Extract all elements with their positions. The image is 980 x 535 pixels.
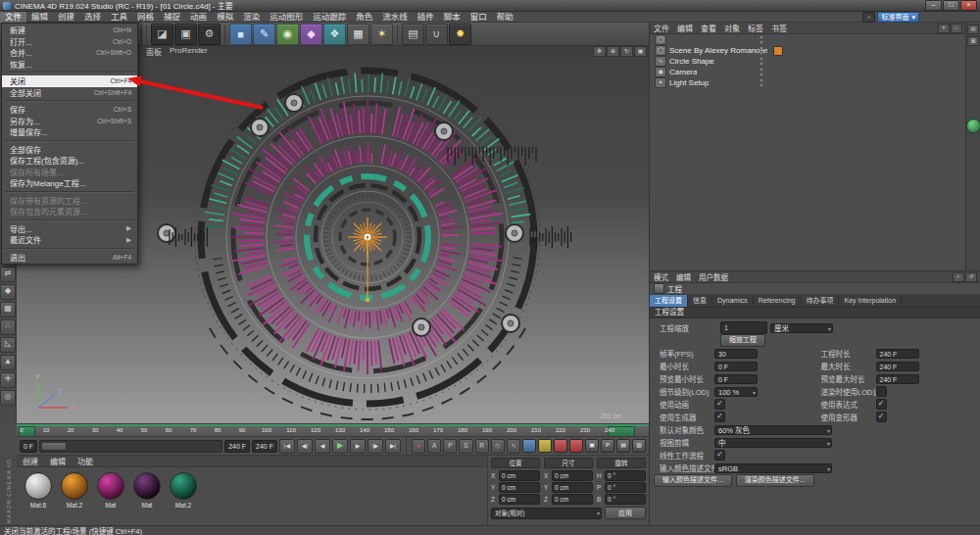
menubar-item-10[interactable]: 运动图形	[265, 12, 308, 23]
material-item[interactable]: Mat	[97, 472, 124, 509]
coord-value-field[interactable]: 0 cm	[499, 494, 540, 505]
file-menu-item-5[interactable]: 关闭Ctrl+F4	[2, 75, 137, 87]
project-scale-field[interactable]: 1	[720, 321, 767, 334]
om-menu-1[interactable]: 编辑	[673, 23, 697, 33]
menubar-item-9[interactable]: 渲染	[238, 12, 265, 23]
file-menu-item-3[interactable]: 恢复...	[2, 59, 137, 71]
attribute-tab-4[interactable]: 待办事项	[801, 295, 839, 307]
object-row[interactable]: ◯Scene By Alexey Romanowsky	[650, 45, 965, 56]
dropdown[interactable]: 中	[714, 438, 832, 448]
model-mode-icon[interactable]: ◆	[0, 284, 16, 300]
file-menu-item-15[interactable]: 保存为Melange工程...	[2, 177, 137, 189]
value-field[interactable]: 0 F	[714, 362, 758, 371]
dropdown[interactable]: sRGB	[714, 463, 832, 473]
keyframe-selection-button[interactable]: P	[601, 439, 614, 453]
value-field[interactable]: 240 F	[876, 362, 919, 371]
options-1-button[interactable]: ▤	[616, 439, 630, 453]
coord-group-header[interactable]: 位置	[491, 458, 540, 468]
am-menu-2[interactable]: 用户数据	[695, 271, 732, 282]
attribute-tab-5[interactable]: Key Interpolation	[839, 295, 902, 307]
project-unit-dropdown[interactable]: 厘米	[770, 323, 833, 333]
visibility-dots[interactable]	[760, 57, 763, 66]
next-key-button[interactable]: |▶	[368, 439, 383, 454]
record-rotation-button[interactable]: R	[475, 439, 489, 454]
file-menu-item-0[interactable]: 新建Ctrl+N	[2, 24, 137, 36]
edges-mode-icon[interactable]: ◺	[0, 337, 16, 353]
points-mode-icon[interactable]: ∴	[0, 319, 16, 335]
solo-toggle-button[interactable]: ▣	[585, 439, 599, 453]
coord-value-field[interactable]: 0 °	[605, 482, 646, 493]
file-menu-item-17[interactable]: 保存带有资源的工程...	[2, 195, 137, 207]
add-deformer-icon[interactable]: ◆	[300, 24, 322, 45]
scale-project-button[interactable]: 缩放工程	[720, 334, 765, 347]
menubar-item-16[interactable]: 窗口	[466, 12, 492, 23]
menubar-item-11[interactable]: 运动跟踪	[308, 12, 351, 23]
editor-visibility-dot[interactable]	[760, 35, 763, 39]
material-menu-2[interactable]: 功能	[72, 456, 99, 466]
strip-layout-icon-2[interactable]: ▦	[967, 36, 979, 46]
options-2-button[interactable]: ▥	[632, 439, 646, 453]
render-visibility-dot[interactable]	[760, 51, 763, 55]
attribute-tab-1[interactable]: 信息	[688, 295, 712, 307]
search-icon[interactable]: ⌕	[862, 12, 875, 23]
file-menu-item-21[interactable]: 最近文件▶	[2, 234, 137, 246]
checkbox[interactable]: ✓	[876, 399, 887, 410]
autokey-button[interactable]: A	[427, 439, 441, 454]
marker-yellow-button[interactable]	[538, 439, 552, 453]
material-item[interactable]: Mat	[133, 472, 161, 509]
range-end-field[interactable]: 240 F	[252, 440, 277, 453]
coord-value-field[interactable]: 0 cm	[499, 482, 540, 493]
record-scale-button[interactable]: S	[459, 439, 472, 454]
material-item[interactable]: Mat.2	[170, 472, 197, 509]
close-button[interactable]: ×	[960, 0, 977, 11]
am-menu-0[interactable]: 模式	[650, 271, 672, 282]
menubar-item-2[interactable]: 创建	[53, 12, 79, 23]
material-sphere[interactable]	[170, 472, 197, 500]
current-frame-field[interactable]: 0 F	[20, 440, 37, 453]
menubar-item-5[interactable]: 网格	[132, 12, 159, 23]
timeline-power-slider[interactable]	[39, 440, 222, 453]
object-row[interactable]: ◉Camera	[650, 67, 965, 77]
om-search-icon[interactable]: ⌕	[951, 24, 962, 33]
display-mode-icon[interactable]: ▤	[402, 24, 424, 45]
attribute-tab-0[interactable]: 工程设置	[650, 295, 688, 307]
dropdown[interactable]: 100 %	[714, 387, 758, 397]
timeline-ruler[interactable]: 0102030405060708090100110120130140150160…	[17, 423, 649, 436]
prev-frame-button[interactable]: ◀	[315, 439, 330, 454]
material-menu-1[interactable]: 编辑	[44, 456, 72, 466]
menubar-item-8[interactable]: 模拟	[212, 12, 238, 23]
menubar-item-7[interactable]: 动画	[185, 12, 212, 23]
material-sphere[interactable]	[97, 472, 124, 500]
menubar-item-1[interactable]: 编辑	[26, 12, 53, 23]
coord-value-field[interactable]: 0 cm	[552, 494, 593, 505]
visibility-dots[interactable]	[760, 68, 763, 76]
render-visibility-dot[interactable]	[760, 83, 763, 87]
zoom-view-icon[interactable]: ⊕	[607, 46, 619, 57]
add-mograph-icon[interactable]: ❖	[323, 24, 346, 45]
profile-button-0[interactable]: 输入颜色描述文件...	[654, 474, 732, 487]
file-menu-item-8[interactable]: 保存Ctrl+S	[2, 104, 137, 116]
am-menu-1[interactable]: 编辑	[672, 271, 695, 282]
next-frame-button[interactable]: ▶	[350, 439, 366, 454]
texture-mode-icon[interactable]: ▦	[0, 302, 16, 317]
marker-blue-button[interactable]	[522, 439, 536, 453]
goto-end-button[interactable]: ▶|	[385, 439, 401, 454]
interactive-render-icon[interactable]: ✸	[449, 24, 471, 45]
profile-button-1[interactable]: 渲染颜色描述文件...	[736, 474, 814, 487]
menubar-item-13[interactable]: 流水线	[377, 12, 413, 23]
render-to-picture-viewer-icon[interactable]: ▣	[174, 24, 197, 45]
marker-red-1-button[interactable]	[554, 439, 567, 453]
material-sphere[interactable]	[133, 472, 161, 500]
checkbox[interactable]: ✓	[714, 399, 725, 410]
polygons-mode-icon[interactable]: ▲	[0, 355, 16, 370]
file-menu-item-14[interactable]: 保存所有场景...	[2, 167, 137, 178]
object-row[interactable]: ◯	[650, 34, 965, 45]
add-spline-icon[interactable]: ✎	[253, 24, 275, 45]
checkbox[interactable]	[876, 386, 887, 397]
checkbox[interactable]: ✓	[876, 412, 887, 422]
render-visibility-dot[interactable]	[760, 73, 763, 76]
file-menu-item-6[interactable]: 全部关闭Ctrl+Shift+F4	[2, 87, 137, 99]
render-visibility-dot[interactable]	[760, 40, 763, 44]
coord-value-field[interactable]: 0 cm	[552, 482, 593, 493]
add-cube-icon[interactable]: ■	[229, 24, 252, 45]
